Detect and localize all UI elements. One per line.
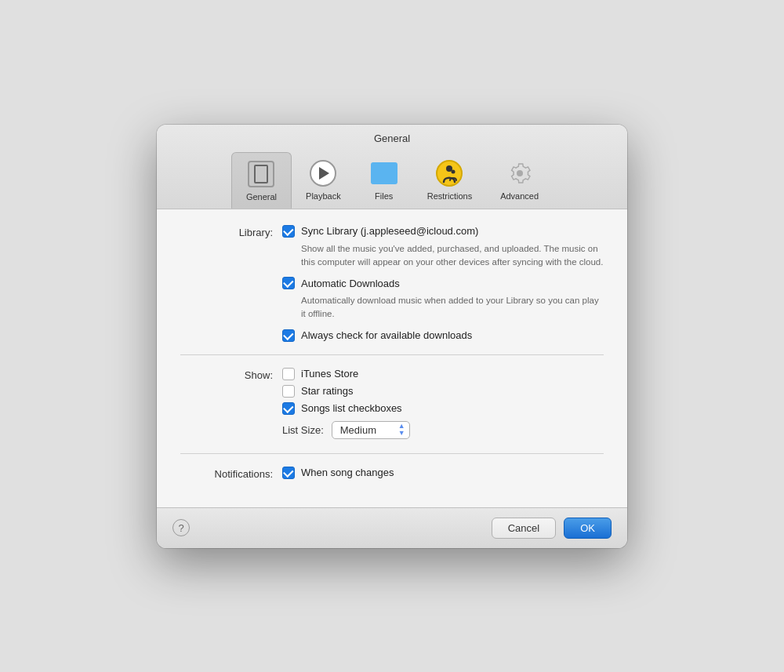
- tab-restrictions[interactable]: Restrictions: [413, 152, 486, 209]
- notifications-row: Notifications: When song changes: [180, 467, 604, 484]
- cancel-button[interactable]: Cancel: [492, 518, 556, 539]
- general-icon: [246, 159, 276, 189]
- tab-advanced[interactable]: Advanced: [486, 152, 553, 209]
- svg-point-1: [452, 169, 456, 173]
- bottom-bar: ? Cancel OK: [157, 507, 627, 548]
- tab-restrictions-label: Restrictions: [427, 191, 472, 201]
- sync-library-checkbox[interactable]: [282, 225, 295, 238]
- library-content: Sync Library (j.appleseed@icloud.com) Sh…: [282, 225, 604, 347]
- when-song-changes-row: When song changes: [282, 467, 604, 479]
- window-title: General: [157, 133, 627, 144]
- tab-files-label: Files: [375, 191, 393, 201]
- when-song-changes-checkbox[interactable]: [282, 467, 295, 479]
- show-section: Show: iTunes Store Star ratings: [180, 354, 604, 445]
- always-check-checkbox[interactable]: [282, 329, 295, 342]
- help-button[interactable]: ?: [172, 519, 190, 536]
- notifications-content: When song changes: [282, 467, 604, 484]
- tab-general-label: General: [246, 192, 277, 202]
- show-label: Show:: [180, 368, 282, 381]
- auto-downloads-description: Automatically download music when added …: [301, 294, 604, 321]
- playback-icon: [308, 158, 338, 188]
- itunes-store-row: iTunes Store: [282, 368, 604, 380]
- library-label: Library:: [180, 225, 282, 238]
- auto-downloads-row: Automatic Downloads: [282, 277, 604, 289]
- sync-library-row: Sync Library (j.appleseed@icloud.com): [282, 225, 604, 238]
- songs-checkboxes-row: Songs list checkboxes: [282, 402, 604, 415]
- itunes-store-label: iTunes Store: [301, 368, 358, 380]
- content-area: Library: Sync Library (j.appleseed@iclou…: [157, 209, 627, 507]
- list-size-label: List Size:: [282, 424, 324, 436]
- svg-point-0: [446, 165, 452, 172]
- songs-checkboxes-checkbox[interactable]: [282, 402, 295, 415]
- list-size-select-wrapper: Small Medium Large ▲ ▼: [332, 421, 410, 439]
- button-group: Cancel OK: [492, 518, 612, 539]
- when-song-changes-label: When song changes: [301, 467, 394, 478]
- notifications-section: Notifications: When song changes: [180, 453, 604, 484]
- always-check-label: Always check for available downloads: [301, 329, 472, 341]
- tab-playback-label: Playback: [306, 191, 341, 201]
- advanced-icon: [505, 158, 535, 188]
- tab-general[interactable]: General: [231, 152, 292, 209]
- tab-files[interactable]: Files: [355, 152, 413, 209]
- tab-playback[interactable]: Playback: [292, 152, 355, 209]
- library-row: Library: Sync Library (j.appleseed@iclou…: [180, 225, 604, 347]
- itunes-store-checkbox[interactable]: [282, 368, 295, 380]
- restrictions-icon: [434, 158, 464, 188]
- ok-button[interactable]: OK: [564, 518, 612, 539]
- songs-checkboxes-label: Songs list checkboxes: [301, 402, 402, 414]
- library-section: Library: Sync Library (j.appleseed@iclou…: [180, 225, 604, 347]
- star-ratings-label: Star ratings: [301, 385, 353, 397]
- title-bar: General General Playback Files: [157, 125, 627, 209]
- sync-library-description: Show all the music you've added, purchas…: [301, 242, 604, 270]
- star-ratings-checkbox[interactable]: [282, 385, 295, 398]
- show-row: Show: iTunes Store Star ratings: [180, 368, 604, 445]
- notifications-label: Notifications:: [180, 467, 282, 480]
- always-check-row: Always check for available downloads: [282, 329, 604, 342]
- files-icon: [369, 158, 399, 188]
- list-size-select[interactable]: Small Medium Large: [332, 421, 410, 439]
- preferences-window: General General Playback Files: [157, 125, 627, 548]
- show-content: iTunes Store Star ratings Songs list che…: [282, 368, 604, 445]
- list-size-row: List Size: Small Medium Large ▲ ▼: [282, 421, 604, 439]
- auto-downloads-label: Automatic Downloads: [301, 278, 400, 289]
- star-ratings-row: Star ratings: [282, 385, 604, 398]
- toolbar: General Playback Files: [157, 152, 627, 209]
- tab-advanced-label: Advanced: [500, 191, 539, 201]
- sync-library-label: Sync Library (j.appleseed@icloud.com): [301, 225, 478, 237]
- auto-downloads-checkbox[interactable]: [282, 277, 295, 289]
